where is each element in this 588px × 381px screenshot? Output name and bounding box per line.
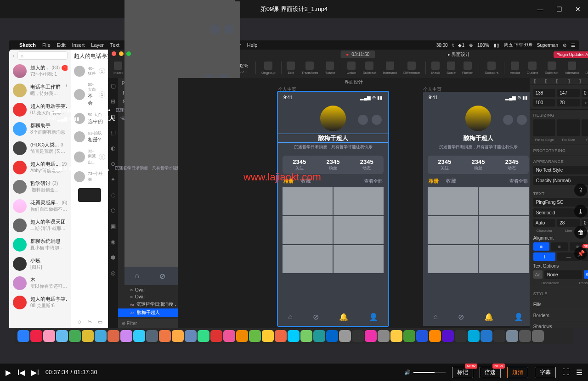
side-icon[interactable]: ◐ (108, 140, 118, 156)
pin-edge-box[interactable] (533, 119, 556, 136)
photo-cell[interactable] (334, 216, 384, 244)
dock-app-icon[interactable] (506, 330, 518, 342)
side-icon[interactable]: ⬚ (108, 125, 118, 140)
dock-app-icon[interactable] (69, 330, 81, 342)
inspector-section[interactable]: Borders (530, 310, 588, 321)
size-w[interactable]: 100 (533, 99, 556, 106)
menu-edit[interactable]: Edit (57, 42, 66, 48)
see-all-link[interactable]: 查看全部 (509, 178, 528, 185)
plugin-update-banner[interactable]: Plugin Updates Available (554, 51, 588, 58)
volume-control[interactable]: 🔊 (404, 370, 446, 375)
layer-row[interactable]: 沉迷哲学日渐消瘦，只有哲学才能让我快乐 (118, 300, 178, 308)
pos-x[interactable]: 138 (533, 89, 556, 97)
play-button[interactable]: ▶ (6, 368, 11, 377)
dock-app-icon[interactable] (455, 330, 467, 342)
tool-outline[interactable]: Outline (524, 62, 541, 75)
dock-app-icon[interactable] (249, 330, 261, 342)
tool-insert[interactable]: Insert (111, 62, 125, 75)
tool-subtract[interactable]: Subtract (542, 62, 561, 75)
speed-button[interactable]: 倍速NEW (480, 367, 501, 378)
tool-union[interactable]: Union (344, 62, 359, 75)
dock-app-icon[interactable] (107, 330, 119, 342)
dock-app-icon[interactable] (326, 330, 338, 342)
back-icon[interactable]: ‹ (13, 53, 15, 58)
subtitle-button[interactable]: 字幕 (535, 367, 556, 378)
canvas[interactable]: 界面设计 个人主页 个人主页 9:41▂▄▆ ⊜ ▮▮ 酸梅干超人 沉迷哲学日渐… (178, 78, 530, 328)
stat-item[interactable]: 2345动态 (495, 156, 529, 174)
photo-cell[interactable] (479, 216, 529, 244)
tool-intersect[interactable]: Intersect (380, 62, 400, 75)
prev-button[interactable]: I◀ (17, 368, 25, 377)
download-icon[interactable]: ⤓ (574, 205, 587, 218)
dock-app-icon[interactable] (185, 330, 197, 342)
dock-app-icon[interactable] (43, 330, 55, 342)
tool-mask[interactable]: Mask (429, 62, 443, 75)
menu-file[interactable]: File (42, 42, 51, 48)
close-light[interactable] (112, 51, 116, 56)
inspector-section[interactable]: STYLE (530, 288, 588, 299)
zoom-light[interactable] (126, 51, 131, 56)
action-icon[interactable] (372, 115, 382, 125)
tab-favorite[interactable]: 收藏 (446, 178, 456, 185)
text-style-select[interactable]: No Text Style (533, 166, 588, 174)
inspector-section[interactable]: Shadows (530, 321, 588, 328)
volume-icon[interactable]: 🔊 (404, 370, 411, 375)
dock-app-icon[interactable] (133, 330, 145, 342)
conversation-item[interactable]: 群聊系统消息 夏小猫 申请加入 超... (9, 235, 71, 254)
conversation-item[interactable]: 木 所以你春节还可以... (9, 274, 71, 293)
conversation-item[interactable]: 哲学研讨(3) :塑料眼镜盒... (9, 177, 71, 196)
conversation-item[interactable]: 超人的电话亭第... 08-克里斯:6 (9, 293, 71, 312)
dock-app-icon[interactable] (442, 330, 454, 342)
dock-app-icon[interactable] (236, 330, 248, 342)
folder-icon[interactable]: ▭ (98, 319, 102, 325)
wifi-icon[interactable]: ⊜ (469, 43, 473, 48)
artboard[interactable]: 9:41▂▄▆ ⊜ ▮▮ 酸梅干超人 沉迷哲学日渐消瘦，只有哲学才能让我快乐 2… (423, 92, 530, 326)
dock-app-icon[interactable] (288, 330, 300, 342)
maximize-button[interactable]: ☐ (553, 4, 566, 15)
dock-app-icon[interactable] (56, 330, 68, 342)
fullscreen-button[interactable]: ⛶ (562, 368, 570, 376)
deco-aa-button[interactable]: Aa (533, 270, 543, 279)
profile-icon[interactable]: 👤 (369, 313, 378, 321)
scissors-icon[interactable]: ✂ (88, 319, 92, 325)
auto-field[interactable]: Auto (533, 219, 556, 227)
photo-cell[interactable] (283, 245, 333, 273)
dock-app-icon[interactable] (403, 330, 415, 342)
chat-image-thumb[interactable] (78, 188, 101, 202)
align-hc-icon[interactable]: ▯ (541, 78, 552, 84)
fix-size-box[interactable] (557, 119, 580, 136)
dock-app-icon[interactable] (210, 330, 222, 342)
valign-top-button[interactable]: T (533, 252, 556, 261)
photo-cell[interactable] (479, 245, 529, 273)
side-icon[interactable]: ⬢ (108, 250, 118, 265)
photo-cell[interactable] (428, 245, 478, 273)
tool-intersect[interactable]: Intersect (562, 62, 582, 75)
action-icon[interactable] (358, 115, 368, 125)
tool-subtract[interactable]: Subtract (360, 62, 379, 75)
tab-favorite[interactable]: 收藏 (301, 178, 311, 185)
side-icon[interactable]: ✦ (108, 172, 118, 187)
dock-app-icon[interactable] (468, 330, 480, 342)
align-top-icon[interactable]: ▯ (563, 78, 574, 84)
action-icon[interactable] (503, 115, 513, 125)
dock-app-icon[interactable] (352, 330, 364, 342)
spotlight-icon[interactable]: ⊙ (563, 43, 566, 48)
close-button[interactable]: ✕ (571, 4, 584, 15)
dock-app-icon[interactable] (159, 330, 171, 342)
photo-cell[interactable] (334, 245, 384, 273)
photo-cell[interactable] (428, 216, 478, 244)
dock-app-icon[interactable] (493, 330, 505, 342)
minimize-button[interactable]: — (533, 4, 547, 15)
stat-item[interactable]: 2345粉丝 (461, 156, 495, 174)
size-h[interactable]: 28 (557, 99, 580, 106)
menu-text[interactable]: Text (110, 42, 119, 48)
profile-avatar[interactable] (465, 106, 491, 131)
conversation-item[interactable]: 超人的学员天团 二期-清明-就那几个... (9, 216, 71, 235)
dock-app-icon[interactable] (416, 330, 428, 342)
dock-app-icon[interactable] (481, 330, 492, 342)
inspector-section[interactable]: Fills (530, 299, 588, 310)
dock-app-icon[interactable] (519, 330, 531, 342)
quality-button[interactable]: 超清 (507, 367, 528, 378)
dock-app-icon[interactable] (365, 330, 377, 342)
side-icon[interactable]: ◉ (108, 234, 118, 250)
